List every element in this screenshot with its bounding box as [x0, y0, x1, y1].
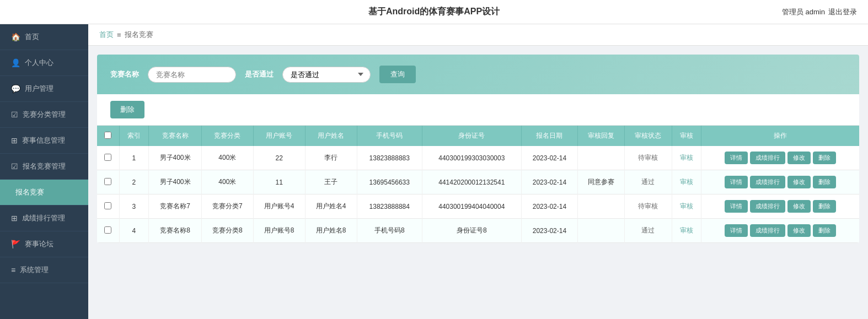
- row-checkbox[interactable]: [104, 226, 111, 234]
- cell-index: 3: [119, 194, 149, 219]
- detail-button[interactable]: 详情: [725, 152, 748, 164]
- col-audit: 审核: [672, 126, 701, 146]
- cell-account: 11: [253, 170, 305, 194]
- cell-actions: 详情 成绩排行 修改 删除: [701, 219, 859, 243]
- col-actions: 操作: [701, 126, 859, 146]
- header-right: 管理员 admin 退出登录: [782, 7, 857, 17]
- col-name: 竞赛名称: [149, 126, 202, 146]
- sidebar-item-category-mgmt[interactable]: ☑ 竞赛分类管理: [0, 102, 88, 128]
- edit-button[interactable]: 修改: [787, 224, 811, 237]
- cell-date: 2023-02-14: [521, 146, 578, 170]
- rank-icon: ⊞: [11, 214, 18, 223]
- col-checkbox: [97, 126, 119, 146]
- cell-status: 待审核: [625, 146, 672, 170]
- sidebar-item-rank-mgmt[interactable]: ⊞ 成绩排行管理: [0, 206, 88, 231]
- sidebar-item-forum[interactable]: 🚩 赛事论坛: [0, 231, 88, 257]
- cell-idcard: 441420200012132541: [422, 170, 521, 194]
- cell-audit: 审核: [672, 219, 701, 243]
- sidebar-item-sys-mgmt[interactable]: ≡ 系统管理: [0, 257, 88, 283]
- detail-button[interactable]: 详情: [725, 176, 748, 188]
- rank-button[interactable]: 成绩排行: [750, 200, 785, 213]
- profile-icon: 👤: [11, 58, 20, 67]
- cell-name: 男子400米: [149, 146, 202, 170]
- cell-name: 竞赛名称7: [149, 194, 202, 219]
- row-checkbox-cell: [97, 194, 119, 219]
- audit-link[interactable]: 审核: [680, 178, 693, 186]
- audit-link[interactable]: 审核: [680, 154, 693, 161]
- table-row: 4 竞赛名称8 竞赛分类8 用户账号8 用户姓名8 手机号码8 身份证号8 20…: [97, 219, 859, 243]
- rank-button[interactable]: 成绩排行: [750, 224, 785, 237]
- data-table: 索引 竞赛名称 竞赛分类 用户账号 用户姓名 手机号码 身份证号 报名日期 审核…: [97, 126, 859, 243]
- cell-actions: 详情 成绩排行 修改 删除: [701, 146, 859, 170]
- col-status: 审核状态: [625, 126, 672, 146]
- logout-link[interactable]: 退出登录: [828, 7, 857, 17]
- edit-button[interactable]: 修改: [787, 200, 811, 213]
- sidebar-item-signup[interactable]: 报名竞赛: [0, 180, 88, 206]
- breadcrumb-home[interactable]: 首页: [99, 30, 114, 40]
- sidebar-item-label: 竞赛分类管理: [23, 110, 66, 120]
- event-icon: ⊞: [11, 136, 18, 145]
- cell-idcard: 身份证号8: [422, 219, 521, 243]
- main-layout: 🏠 首页 👤 个人中心 💬 用户管理 ☑ 竞赛分类管理 ⊞ 赛事信息管理 ☑ 报…: [0, 24, 868, 319]
- cell-audit: 审核: [672, 170, 701, 194]
- row-checkbox[interactable]: [104, 202, 111, 209]
- cell-username: 用户姓名4: [305, 194, 357, 219]
- breadcrumb: 首页 ≡ 报名竞赛: [88, 24, 868, 46]
- sidebar-item-label: 首页: [25, 32, 39, 42]
- table-wrapper: 索引 竞赛名称 竞赛分类 用户账号 用户姓名 手机号码 身份证号 报名日期 审核…: [97, 126, 859, 243]
- name-label: 竞赛名称: [110, 69, 139, 79]
- edit-button[interactable]: 修改: [787, 176, 811, 188]
- sidebar-item-signup-mgmt[interactable]: ☑ 报名竞赛管理: [0, 154, 88, 180]
- cell-username: 李行: [305, 146, 357, 170]
- del-button[interactable]: 删除: [813, 176, 836, 188]
- row-checkbox[interactable]: [104, 154, 111, 161]
- cell-category: 400米: [201, 146, 253, 170]
- cell-actions: 详情 成绩排行 修改 删除: [701, 194, 859, 219]
- sidebar-item-label: 报名竞赛: [15, 187, 44, 197]
- cell-reply: [578, 194, 625, 219]
- cell-date: 2023-02-14: [521, 194, 578, 219]
- search-name-input[interactable]: [148, 67, 236, 83]
- forum-icon: 🚩: [11, 240, 20, 248]
- col-phone: 手机号码: [357, 126, 422, 146]
- select-all-checkbox[interactable]: [104, 132, 111, 139]
- detail-button[interactable]: 详情: [725, 224, 748, 237]
- col-reply: 审核回复: [578, 126, 625, 146]
- cell-index: 1: [119, 146, 149, 170]
- category-icon: ☑: [11, 110, 18, 119]
- audit-link[interactable]: 审核: [680, 202, 693, 210]
- cell-phone: 13823888884: [357, 194, 422, 219]
- sidebar-item-label: 报名竞赛管理: [23, 161, 66, 171]
- sidebar-item-user-mgmt[interactable]: 💬 用户管理: [0, 76, 88, 102]
- search-pass-select[interactable]: 是否通过 通过 不通过 待审核: [282, 67, 371, 83]
- sidebar-item-profile[interactable]: 👤 个人中心: [0, 50, 88, 76]
- sidebar-item-home[interactable]: 🏠 首页: [0, 24, 88, 50]
- cell-audit: 审核: [672, 146, 701, 170]
- delete-button[interactable]: 删除: [110, 101, 144, 118]
- cell-reply: 同意参赛: [578, 170, 625, 194]
- cell-phone: 13823888883: [357, 146, 422, 170]
- admin-label: 管理员 admin: [782, 7, 825, 17]
- cell-idcard: 440300199303030003: [422, 146, 521, 170]
- sidebar-item-event-mgmt[interactable]: ⊞ 赛事信息管理: [0, 128, 88, 154]
- table-row: 2 男子400米 400米 11 王子 13695456633 44142020…: [97, 170, 859, 194]
- del-button[interactable]: 删除: [813, 200, 836, 213]
- rank-button[interactable]: 成绩排行: [750, 152, 785, 164]
- del-button[interactable]: 删除: [813, 224, 836, 237]
- cell-username: 用户姓名8: [305, 219, 357, 243]
- del-button[interactable]: 删除: [813, 152, 836, 164]
- sidebar: 🏠 首页 👤 个人中心 💬 用户管理 ☑ 竞赛分类管理 ⊞ 赛事信息管理 ☑ 报…: [0, 24, 88, 319]
- detail-button[interactable]: 详情: [725, 200, 748, 213]
- app-title: 基于Android的体育赛事APP设计: [368, 6, 500, 18]
- cell-audit: 审核: [672, 194, 701, 219]
- cell-phone: 手机号码8: [357, 219, 422, 243]
- signup-mgmt-icon: ☑: [11, 162, 18, 171]
- row-checkbox[interactable]: [104, 178, 111, 185]
- cell-category: 400米: [201, 170, 253, 194]
- sidebar-item-label: 系统管理: [20, 265, 49, 275]
- edit-button[interactable]: 修改: [787, 152, 811, 164]
- audit-link[interactable]: 审核: [680, 226, 693, 234]
- rank-button[interactable]: 成绩排行: [750, 176, 785, 188]
- query-button[interactable]: 查询: [379, 66, 416, 83]
- cell-category: 竞赛分类8: [201, 219, 253, 243]
